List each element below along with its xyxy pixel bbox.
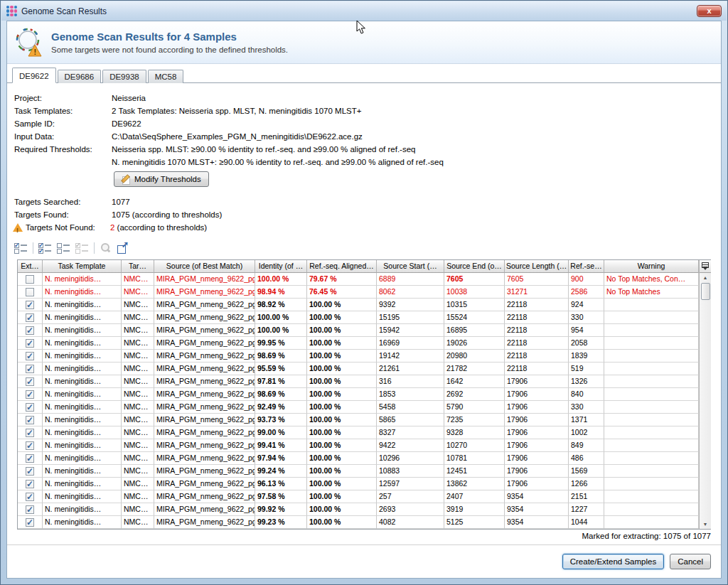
- extract-checkbox-cell[interactable]: [18, 439, 43, 452]
- table-row[interactable]: N. meningitidis…NMC…MIRA_PGM_nmeng_9622_…: [18, 478, 699, 490]
- targets-searched-label: Targets Searched:: [14, 195, 112, 208]
- extract-checkbox-cell[interactable]: [18, 426, 43, 439]
- column-header[interactable]: Identity (of …: [255, 260, 307, 273]
- column-header[interactable]: Source Start (…: [377, 260, 444, 273]
- extract-checkbox-cell[interactable]: [18, 363, 43, 375]
- extract-checkbox-cell[interactable]: [18, 299, 43, 311]
- checkbox-unchecked-icon[interactable]: [26, 288, 34, 296]
- table-row[interactable]: N. meningitidis…NMC…MIRA_PGM_nmeng_9622_…: [18, 426, 699, 439]
- extract-checkbox-cell[interactable]: [18, 337, 43, 350]
- column-header[interactable]: Ref.-se…: [569, 260, 604, 273]
- table-cell: [604, 350, 699, 363]
- column-header[interactable]: Tar…: [122, 260, 154, 273]
- extract-checkbox-cell[interactable]: [18, 478, 43, 490]
- tab-DE9622[interactable]: DE9622: [12, 68, 56, 83]
- table-cell: N. meningitidis…: [43, 375, 122, 388]
- table-row[interactable]: N. meningitidis…NMC…MIRA_PGM_nmeng_9622_…: [18, 375, 699, 388]
- extract-checkbox-cell[interactable]: [18, 273, 43, 286]
- column-header[interactable]: Source Length (…: [505, 260, 569, 273]
- table-row[interactable]: N. meningitidis…NMC…MIRA_PGM_nmeng_9622_…: [18, 350, 699, 363]
- table-row[interactable]: N. meningitidis…NMC…MIRA_PGM_nmeng_9622_…: [18, 516, 699, 529]
- table-cell: 22118: [505, 363, 569, 375]
- checkbox-checked-icon[interactable]: [26, 454, 34, 463]
- column-header[interactable]: Task Template: [43, 260, 122, 273]
- table-cell: 5125: [444, 516, 505, 529]
- scrollbar-thumb[interactable]: [701, 283, 710, 300]
- table-row[interactable]: N. meningitidis…NMC…MIRA_PGM_nmeng_9622_…: [18, 503, 699, 516]
- checkbox-checked-icon[interactable]: [26, 339, 34, 348]
- checkbox-checked-icon[interactable]: [26, 377, 34, 386]
- table-row[interactable]: N. meningitidis…NMC…MIRA_PGM_nmeng_9622_…: [18, 388, 699, 401]
- extract-checkbox-cell[interactable]: [18, 414, 43, 426]
- vertical-scrollbar[interactable]: ▲ ▼: [700, 273, 711, 529]
- checkbox-checked-icon[interactable]: [26, 441, 34, 450]
- column-header[interactable]: Ref.-seq. Aligned…: [307, 260, 377, 273]
- checkbox-checked-icon[interactable]: [26, 416, 34, 424]
- table-row[interactable]: N. meningitidis…NMC…MIRA_PGM_nmeng_9622_…: [18, 439, 699, 452]
- tab-DE9938[interactable]: DE9938: [102, 70, 146, 83]
- checkbox-checked-icon[interactable]: [26, 313, 34, 322]
- export-icon[interactable]: [117, 242, 128, 254]
- close-icon[interactable]: x: [697, 5, 722, 17]
- table-cell: N. meningitidis…: [43, 452, 122, 465]
- extract-checkbox-cell[interactable]: [18, 388, 43, 401]
- extract-checkbox-cell[interactable]: [18, 401, 43, 414]
- table-cell: 9354: [505, 490, 569, 503]
- extract-checkbox-cell[interactable]: [18, 465, 43, 478]
- tab-DE9686[interactable]: DE9686: [58, 70, 102, 83]
- extract-checkbox-cell[interactable]: [18, 375, 43, 388]
- table-row[interactable]: N. meningitidis…NMC…MIRA_PGM_nmeng_9622_…: [18, 299, 699, 311]
- extract-checkbox-cell[interactable]: [18, 503, 43, 516]
- checkbox-checked-icon[interactable]: [26, 365, 34, 373]
- table-row[interactable]: N. meningitidis…NMC…MIRA_PGM_nmeng_9622_…: [18, 324, 699, 337]
- create-extend-samples-button[interactable]: Create/Extend Samples: [562, 554, 664, 569]
- scroll-down-icon[interactable]: ▼: [703, 520, 708, 529]
- checkbox-checked-icon[interactable]: [26, 403, 34, 412]
- unmark-all-icon[interactable]: [57, 242, 70, 254]
- table-row[interactable]: N. meningitidis…NMC…MIRA_PGM_nmeng_9622_…: [18, 273, 699, 286]
- table-row[interactable]: N. meningitidis…NMC…MIRA_PGM_nmeng_9622_…: [18, 452, 699, 465]
- extract-checkbox-cell[interactable]: [18, 350, 43, 363]
- checkbox-checked-icon[interactable]: [26, 467, 34, 476]
- column-header[interactable]: Ext…: [18, 260, 43, 273]
- table-row[interactable]: N. meningitidis…NMC…MIRA_PGM_nmeng_9622_…: [18, 363, 699, 375]
- checkbox-checked-icon[interactable]: [26, 390, 34, 399]
- checkbox-checked-icon[interactable]: [26, 505, 34, 514]
- table-cell: N. meningitidis…: [43, 478, 122, 490]
- table-row[interactable]: N. meningitidis…NMC…MIRA_PGM_nmeng_9622_…: [18, 465, 699, 478]
- checkbox-checked-icon[interactable]: [26, 352, 34, 360]
- table-row[interactable]: N. meningitidis…NMC…MIRA_PGM_nmeng_9622_…: [18, 286, 699, 299]
- cancel-button[interactable]: Cancel: [670, 554, 711, 569]
- column-header[interactable]: Warning: [604, 260, 699, 273]
- scroll-up-icon[interactable]: ▲: [703, 273, 708, 282]
- table-row[interactable]: N. meningitidis…NMC…MIRA_PGM_nmeng_9622_…: [18, 311, 699, 324]
- table-row[interactable]: N. meningitidis…NMC…MIRA_PGM_nmeng_9622_…: [18, 337, 699, 350]
- table-row[interactable]: N. meningitidis…NMC…MIRA_PGM_nmeng_9622_…: [18, 401, 699, 414]
- column-config-icon[interactable]: [700, 260, 711, 273]
- table-cell: [604, 414, 699, 426]
- checkbox-unchecked-icon[interactable]: [26, 275, 34, 284]
- extract-checkbox-cell[interactable]: [18, 311, 43, 324]
- extract-checkbox-cell[interactable]: [18, 324, 43, 337]
- checkbox-checked-icon[interactable]: [26, 301, 34, 309]
- checkbox-checked-icon[interactable]: [26, 326, 34, 335]
- extract-checkbox-cell[interactable]: [18, 452, 43, 465]
- table-cell: 7235: [444, 414, 505, 426]
- extract-checkbox-cell[interactable]: [18, 286, 43, 299]
- toggle-mark-icon[interactable]: [14, 242, 28, 254]
- modify-thresholds-button[interactable]: Modify Thresholds: [114, 171, 209, 187]
- mark-all-icon[interactable]: [38, 242, 52, 254]
- table-cell: [604, 439, 699, 452]
- extract-checkbox-cell[interactable]: [18, 490, 43, 503]
- extract-checkbox-cell[interactable]: [18, 516, 43, 529]
- checkbox-checked-icon[interactable]: [26, 429, 34, 437]
- checkbox-checked-icon[interactable]: [26, 518, 34, 527]
- table-row[interactable]: N. meningitidis…NMC…MIRA_PGM_nmeng_9622_…: [18, 414, 699, 426]
- tab-MC58[interactable]: MC58: [148, 70, 184, 83]
- column-header[interactable]: Source (of Best Match): [154, 260, 255, 273]
- checkbox-checked-icon[interactable]: [26, 493, 34, 501]
- column-header[interactable]: Source End (o…: [444, 260, 505, 273]
- checkbox-checked-icon[interactable]: [26, 480, 34, 488]
- table-row[interactable]: N. meningitidis…NMC…MIRA_PGM_nmeng_9622_…: [18, 490, 699, 503]
- table-cell: 10315: [444, 299, 505, 311]
